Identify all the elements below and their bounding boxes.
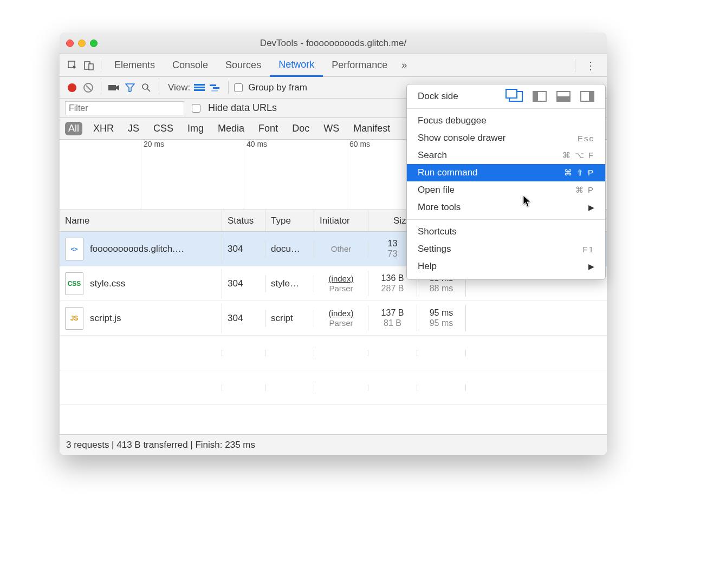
view-label: View: — [168, 82, 190, 93]
svg-rect-2 — [89, 64, 93, 70]
col-name-header[interactable]: Name — [60, 210, 222, 231]
svg-rect-7 — [194, 87, 205, 88]
shortcut-label: F1 — [582, 245, 594, 254]
menu-item-focus-debuggee[interactable]: Focus debuggee — [407, 112, 605, 129]
cell-waterfall — [466, 280, 607, 287]
window-title: DevTools - fooooooooods.glitch.me/ — [60, 38, 607, 49]
titlebar: DevTools - fooooooooods.glitch.me/ — [60, 32, 607, 54]
cell-waterfall — [466, 315, 607, 322]
svg-point-4 — [142, 84, 148, 89]
col-status-header[interactable]: Status — [222, 210, 265, 231]
menu-item-label: Help — [418, 261, 437, 272]
device-toggle-button[interactable] — [81, 58, 96, 73]
menu-item-show-console-drawer[interactable]: Show console drawerEsc — [407, 129, 605, 147]
tab-elements[interactable]: Elements — [106, 54, 164, 77]
tab-sources[interactable]: Sources — [217, 54, 270, 77]
menu-item-help[interactable]: Help▶ — [407, 258, 605, 275]
menu-item-label: Run command — [418, 167, 478, 178]
timeline-tick: 40 ms — [244, 140, 267, 210]
filter-css[interactable]: CSS — [150, 122, 177, 135]
timeline-tick: 20 ms — [141, 140, 164, 210]
file-css-icon: CSS — [65, 272, 83, 295]
filter-js[interactable]: JS — [125, 122, 142, 135]
menu-item-more-tools[interactable]: More tools▶ — [407, 199, 605, 216]
filter-xhr[interactable]: XHR — [90, 122, 117, 135]
dock-left-icon[interactable] — [533, 91, 547, 102]
filter-manifest[interactable]: Manifest — [350, 122, 393, 135]
clear-button[interactable] — [81, 81, 95, 95]
menu-item-shortcuts[interactable]: Shortcuts — [407, 223, 605, 240]
separator — [228, 81, 229, 94]
main-menu-popup: Dock side Focus debuggeeShow console dra… — [406, 84, 606, 280]
screenshot-button[interactable] — [107, 81, 121, 95]
menu-separator — [407, 219, 605, 220]
cell-name: CSSstyle.css — [60, 269, 222, 298]
dock-bottom-icon[interactable] — [556, 91, 571, 102]
svg-line-5 — [147, 89, 150, 92]
shortcut-label: Esc — [578, 134, 594, 143]
menu-item-search[interactable]: Search⌘ ⌥ F — [407, 147, 605, 164]
menu-item-label: Show console drawer — [418, 133, 506, 143]
col-type-header[interactable]: Type — [265, 210, 314, 231]
dock-undock-icon[interactable] — [509, 91, 523, 102]
group-by-frame-checkbox[interactable] — [234, 83, 243, 92]
status-summary: 3 requests | 413 B transferred | Finish:… — [66, 440, 255, 450]
shortcut-label: ⌘ P — [575, 185, 594, 195]
table-row[interactable]: JSscript.js304script(index)Parser137 B81… — [60, 301, 607, 336]
file-html-icon: <> — [65, 238, 83, 260]
main-tabs-row: ElementsConsoleSourcesNetworkPerformance… — [60, 54, 607, 77]
menu-item-run-command[interactable]: Run command⌘ ⇧ P — [407, 164, 605, 181]
separator — [101, 59, 101, 72]
svg-rect-3 — [108, 85, 116, 90]
timeline-tick: 60 ms — [347, 140, 370, 210]
search-button[interactable] — [139, 81, 153, 95]
cell-size: 137 B81 B — [368, 305, 417, 331]
submenu-arrow-icon: ▶ — [588, 203, 594, 212]
separator — [101, 81, 101, 94]
menu-item-open-file[interactable]: Open file⌘ P — [407, 181, 605, 199]
svg-rect-8 — [194, 89, 205, 91]
file-name: fooooooooods.glitch.… — [90, 244, 184, 254]
table-row-empty — [60, 336, 607, 370]
large-rows-button[interactable] — [192, 81, 206, 95]
cell-initiator: (index)Parser — [314, 305, 368, 331]
file-js-icon: JS — [65, 307, 83, 330]
hide-data-urls-checkbox[interactable] — [192, 104, 200, 113]
cell-type: docu… — [265, 240, 314, 258]
dock-right-icon[interactable] — [580, 91, 594, 102]
col-initiator-header[interactable]: Initiator — [314, 210, 368, 231]
inspect-element-button[interactable] — [65, 58, 80, 73]
menu-item-label: Shortcuts — [418, 226, 457, 237]
separator — [159, 81, 159, 94]
shortcut-label: ⌘ ⇧ P — [564, 168, 594, 178]
menu-item-settings[interactable]: SettingsF1 — [407, 240, 605, 258]
filter-font[interactable]: Font — [255, 122, 281, 135]
status-bar: 3 requests | 413 B transferred | Finish:… — [60, 434, 607, 455]
filter-img[interactable]: Img — [184, 122, 207, 135]
cell-initiator: (index)Parser — [314, 271, 368, 296]
tab-console[interactable]: Console — [164, 54, 217, 77]
file-name: script.js — [90, 313, 121, 324]
tab-performance[interactable]: Performance — [323, 54, 396, 77]
filter-all[interactable]: All — [65, 122, 82, 135]
record-button[interactable] — [65, 81, 79, 95]
tabs-container: ElementsConsoleSourcesNetworkPerformance — [106, 54, 396, 77]
tab-network[interactable]: Network — [270, 54, 323, 77]
submenu-arrow-icon: ▶ — [588, 262, 594, 271]
tabs-overflow-button[interactable]: » — [397, 60, 411, 71]
filter-toggle-button[interactable] — [123, 81, 137, 95]
menu-item-label: Open file — [418, 185, 455, 195]
menu-item-label: Search — [418, 150, 447, 161]
waterfall-view-button[interactable] — [209, 81, 223, 95]
filter-media[interactable]: Media — [215, 122, 248, 135]
kebab-menu-button[interactable]: ⋮ — [580, 59, 601, 72]
filter-doc[interactable]: Doc — [289, 122, 313, 135]
cell-status: 304 — [222, 240, 265, 258]
cell-status: 304 — [222, 275, 265, 292]
svg-rect-9 — [210, 84, 216, 86]
filter-ws[interactable]: WS — [320, 122, 342, 135]
filter-input[interactable] — [65, 101, 184, 115]
cell-initiator: Other — [314, 241, 368, 257]
menu-separator — [407, 108, 605, 109]
cell-type: style… — [265, 275, 314, 292]
